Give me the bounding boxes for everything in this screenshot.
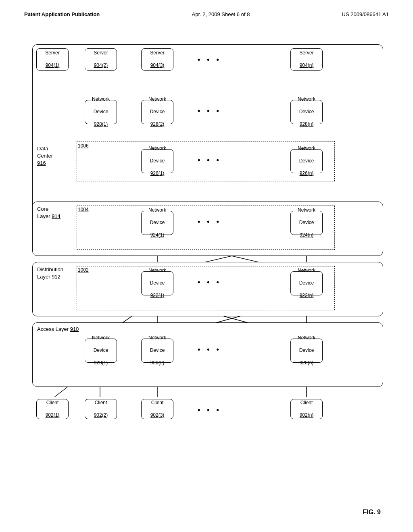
nd-924-1: NetworkDevice924(1) (141, 211, 173, 235)
header-right: US 2009/086641 A1 (342, 11, 389, 17)
nd-920-dots: • • • (198, 345, 221, 354)
core-layer-label: Core Layer 914 (37, 206, 60, 220)
access-layer-label: Access Layer 910 (37, 326, 79, 333)
distribution-layer-label: Distribution Layer 912 (37, 266, 63, 281)
nd-926-n: NetworkDevice926(n) (290, 149, 323, 173)
nd-920-2: NetworkDevice920(2) (141, 339, 173, 363)
nd-922-n: NetworkDevice922(n) (290, 271, 323, 295)
ref-1002: 1002 (78, 267, 89, 273)
client-902-2: Client902(2) (85, 399, 117, 419)
nd-920-1: NetworkDevice920(1) (85, 339, 117, 363)
nd-928-1: NetworkDevice928(1) (85, 100, 117, 124)
server-dots: • • • (198, 56, 221, 64)
ref-1004: 1004 (78, 207, 89, 212)
nd-920-n: NetworkDevice920(n) (290, 339, 323, 363)
figure-label: FIG. 9 (363, 509, 381, 516)
nd-928-n: NetworkDevice928(n) (290, 100, 323, 124)
nd-922-1: NetworkDevice922(1) (141, 271, 173, 295)
data-center-label: Data Center 916 (37, 145, 53, 167)
server-904-3: Server 904(3) (141, 48, 173, 71)
nd-924-n: NetworkDevice924(n) (290, 211, 323, 235)
nd-922-dots: • • • (198, 278, 221, 287)
client-dots: • • • (198, 406, 221, 414)
server-904-n: Server 904(n) (290, 48, 323, 71)
nd-924-dots: • • • (198, 218, 221, 226)
nd-928-dots: • • • (198, 107, 221, 115)
page-header: Patent Application Publication Apr. 2, 2… (24, 11, 389, 17)
client-902-1: Client902(1) (36, 399, 69, 419)
header-center: Apr. 2, 2009 Sheet 6 of 8 (192, 11, 250, 17)
header-left: Patent Application Publication (24, 11, 100, 17)
nd-926-1: NetworkDevice926(1) (141, 149, 173, 173)
nd-928-2: NetworkDevice928(2) (141, 100, 173, 124)
server-904-2: Server 904(2) (85, 48, 117, 71)
client-902-n: Client902(n) (290, 399, 323, 419)
ref-1006: 1006 (78, 143, 89, 149)
client-902-3: Client902(3) (141, 399, 173, 419)
nd-926-dots: • • • (198, 156, 221, 164)
server-904-1: Server 904(1) (36, 48, 69, 71)
